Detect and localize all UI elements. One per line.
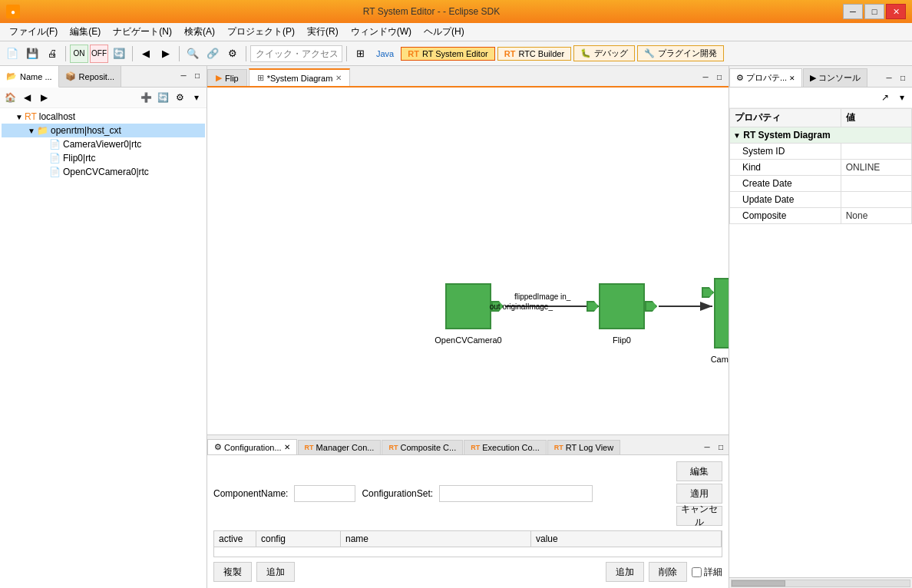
tab-composite[interactable]: RT Composite C... bbox=[382, 440, 463, 454]
tb-run-button[interactable]: ON bbox=[70, 45, 88, 63]
menu-search[interactable]: 検索(A) bbox=[178, 24, 221, 40]
opencvcamera-icon: 📄 bbox=[49, 167, 61, 177]
tree-node-cameraviewer[interactable]: 📄 CameraViewer0|rtc bbox=[2, 137, 205, 151]
tree-label-opencvcamera: OpenCVCamera0|rtc bbox=[63, 167, 149, 177]
tree-toggle-openrtm[interactable]: ▼ bbox=[26, 125, 37, 136]
tree-node-opencvcamera[interactable]: 📄 OpenCVCamera0|rtc bbox=[2, 165, 205, 179]
tb-settings-button[interactable]: ⚙ bbox=[223, 45, 242, 63]
flip-tab-label: Flip bbox=[225, 74, 239, 83]
menu-project[interactable]: プロジェクト(P) bbox=[221, 24, 301, 40]
bottom-maximize[interactable]: □ bbox=[715, 441, 727, 453]
tab-manager-con[interactable]: RT Manager Con... bbox=[298, 440, 382, 454]
tab-execution[interactable]: RT Execution Co... bbox=[464, 440, 547, 454]
tab-repository[interactable]: 📦 Reposit... bbox=[59, 66, 121, 87]
tree-node-localhost[interactable]: ▼ RT localhost bbox=[2, 110, 205, 124]
apply-button[interactable]: 適用 bbox=[676, 484, 722, 504]
diagram-minimize[interactable]: ─ bbox=[699, 71, 712, 83]
props-label-updatedate: Update Date bbox=[730, 192, 841, 208]
tab-configuration[interactable]: ⚙ Configuration... ✕ bbox=[207, 439, 297, 454]
tb-separator-1 bbox=[65, 46, 66, 61]
props-group-label: ▼ RT System Diagram bbox=[730, 127, 912, 144]
tb-connect-button[interactable]: 🔗 bbox=[203, 45, 222, 63]
minimize-button[interactable]: ─ bbox=[843, 4, 863, 19]
tree-add-button[interactable]: ➕ bbox=[137, 89, 154, 106]
component-flip[interactable]: Flip0 flippedImage in_ bbox=[599, 283, 645, 329]
props-value-createdate bbox=[841, 176, 911, 192]
props-toolbar: ↗ ▾ bbox=[729, 88, 912, 108]
right-scroll-track[interactable] bbox=[731, 580, 910, 587]
perspective-rtc[interactable]: RT RTC Builder bbox=[497, 47, 571, 61]
perspective-plugin[interactable]: 🔧 プラグイン開発 bbox=[637, 45, 724, 61]
right-maximize[interactable]: □ bbox=[897, 71, 909, 84]
config-set-input[interactable] bbox=[439, 485, 593, 502]
copy-button[interactable]: 複製 bbox=[213, 562, 252, 582]
tree-view-button[interactable]: ▾ bbox=[188, 89, 205, 106]
props-action-button[interactable]: ↗ bbox=[877, 89, 894, 106]
tb-persp-sep: ⊞ bbox=[351, 45, 369, 63]
tree-sync-button[interactable]: 🔄 bbox=[154, 89, 171, 106]
flip-out-port bbox=[645, 301, 657, 312]
tree-toggle-localhost[interactable]: ▼ bbox=[14, 111, 25, 122]
config-tab-close[interactable]: ✕ bbox=[284, 443, 290, 451]
perspective-debug[interactable]: 🐛 デバッグ bbox=[573, 45, 635, 61]
tree-node-flip[interactable]: 📄 Flip0|rtc bbox=[2, 151, 205, 165]
tab-rtlog[interactable]: RT RT Log View bbox=[547, 440, 620, 454]
props-menu-button[interactable]: ▾ bbox=[894, 89, 910, 106]
menu-file[interactable]: ファイル(F) bbox=[3, 24, 64, 40]
cameraviewer-label: CameraViewer0 bbox=[711, 355, 729, 364]
tree-node-openrtm[interactable]: ▼ 📁 openrtm|host_cxt bbox=[2, 124, 205, 137]
component-name-input[interactable] bbox=[294, 485, 355, 502]
tb-back-button[interactable]: ◀ bbox=[137, 45, 155, 63]
add-button-1[interactable]: 追加 bbox=[256, 562, 295, 582]
add-button-2[interactable]: 追加 bbox=[606, 562, 644, 582]
menu-window[interactable]: ウィンドウ(W) bbox=[345, 24, 418, 40]
close-button[interactable]: ✕ bbox=[886, 4, 906, 19]
left-panel-maximize[interactable]: □ bbox=[191, 69, 203, 81]
tab-name-explorer[interactable]: 📂 Name ... bbox=[0, 66, 59, 88]
cancel-button[interactable]: キャンセル bbox=[676, 506, 722, 526]
delete-button[interactable]: 削除 bbox=[649, 562, 687, 582]
component-cameraviewer[interactable]: Key_out Mouse_event Mouse_X_pos Mouse_Y_… bbox=[714, 278, 729, 349]
tree-settings-button[interactable]: ⚙ bbox=[171, 89, 188, 106]
right-minimize[interactable]: ─ bbox=[883, 71, 895, 84]
props-tab-label: プロパテ... bbox=[746, 72, 787, 84]
menu-help[interactable]: ヘルプ(H) bbox=[418, 24, 471, 40]
diagram-maximize[interactable]: □ bbox=[713, 71, 725, 83]
maximize-button[interactable]: □ bbox=[864, 4, 884, 19]
tb-refresh-button[interactable]: 🔄 bbox=[110, 45, 128, 63]
col-active: active bbox=[214, 531, 256, 547]
tab-console[interactable]: ▶ コンソール bbox=[803, 68, 867, 87]
bottom-tab-controls: ─ □ bbox=[699, 439, 729, 454]
right-scroll-thumb[interactable] bbox=[732, 580, 785, 586]
props-value-updatedate bbox=[841, 192, 911, 208]
tab-properties[interactable]: ⚙ プロパテ... ✕ bbox=[729, 68, 802, 87]
bottom-minimize[interactable]: ─ bbox=[701, 441, 713, 453]
tree-forward-button[interactable]: ▶ bbox=[35, 89, 52, 106]
tb-new-button[interactable]: 📄 bbox=[3, 45, 21, 63]
tb-save-button[interactable]: 💾 bbox=[23, 45, 41, 63]
diagram-canvas[interactable]: OpenCVCamera0 out originalImage_ Flip0 f… bbox=[207, 88, 729, 434]
quick-access-input[interactable] bbox=[250, 45, 342, 62]
tb-zoom-button[interactable]: 🔍 bbox=[183, 45, 202, 63]
edit-button[interactable]: 編集 bbox=[676, 461, 722, 481]
tab-flip[interactable]: ▶ Flip bbox=[207, 69, 247, 86]
menu-edit[interactable]: 編集(E) bbox=[64, 24, 107, 40]
props-col-value: 値 bbox=[841, 109, 911, 127]
left-panel-minimize[interactable]: ─ bbox=[177, 69, 190, 81]
detail-checkbox[interactable] bbox=[692, 567, 702, 577]
tb-print-button[interactable]: 🖨 bbox=[43, 45, 61, 63]
perspective-rt[interactable]: RT RT System Editor bbox=[401, 47, 494, 61]
tab-system-diagram[interactable]: ⊞ *System Diagram ✕ bbox=[249, 68, 351, 86]
component-opencvcamera[interactable]: OpenCVCamera0 out originalImage_ bbox=[445, 283, 491, 329]
perspective-java[interactable]: Java bbox=[372, 48, 398, 60]
tree-back-button[interactable]: ◀ bbox=[18, 89, 35, 106]
tree-toggle-cv bbox=[38, 139, 49, 150]
menu-run[interactable]: 実行(R) bbox=[301, 24, 345, 40]
system-diagram-close[interactable]: ✕ bbox=[335, 74, 342, 82]
tree-home-button[interactable]: 🏠 bbox=[2, 89, 18, 106]
plugin-icon: 🔧 bbox=[644, 48, 655, 58]
props-tab-close[interactable]: ✕ bbox=[789, 74, 795, 82]
tb-stop-button[interactable]: OFF bbox=[90, 45, 108, 63]
tb-forward-button[interactable]: ▶ bbox=[157, 45, 175, 63]
menu-navigate[interactable]: ナビゲート(N) bbox=[107, 24, 178, 40]
